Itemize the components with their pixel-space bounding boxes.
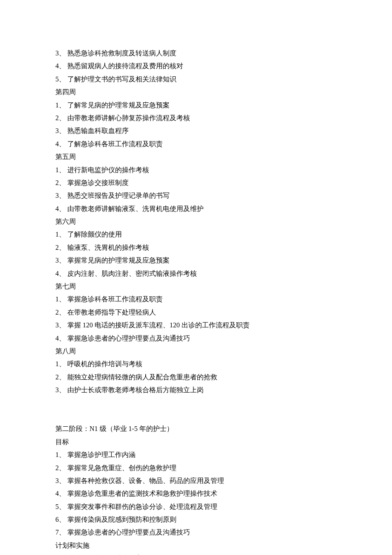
text-line: 3、 由护士长或带教老师考核合格后方能独立上岗 <box>55 384 337 396</box>
text-line: 2、 在带教老师指导下处理轻病人 <box>55 306 337 319</box>
text-line: 3、 熟悉急诊科抢救制度及转送病人制度 <box>55 47 337 60</box>
text-line: 7、 掌握急诊患者的心理护理要点及沟通技巧 <box>55 526 337 539</box>
text-line: 4、 皮内注射、肌肉注射、密闭式输液操作考核 <box>55 267 337 280</box>
text-line: 第八周 <box>55 345 337 358</box>
text-line: 1、 呼吸机的操作培训与考核 <box>55 358 337 370</box>
text-line: 3、 熟悉交班报告及护理记录单的书写 <box>55 189 337 202</box>
text-line: 4、 掌握急诊患者的心理护理要点及沟通技巧 <box>55 332 337 345</box>
text-line: 3、 掌握 120 电话的接听及派车流程、120 出诊的工作流程及职责 <box>55 319 337 332</box>
text-line: 2、 掌握急诊交接班制度 <box>55 176 337 189</box>
text-line: 第六周 <box>55 215 337 228</box>
text-line: 3、 掌握各种抢救仪器、设备、物品、药品的应用及管理 <box>55 474 337 487</box>
text-line <box>55 410 337 422</box>
text-line: 1、 了解常见病的护理常规及应急预案 <box>55 99 337 112</box>
text-line: 1、 了解除颤仪的使用 <box>55 228 337 241</box>
text-line: 2、 掌握常见急危重症、创伤的急救护理 <box>55 462 337 474</box>
text-line: 3、 熟悉输血科取血程序 <box>55 124 337 137</box>
text-line: 3、 掌握常见病的护理常规及应急预案 <box>55 254 337 267</box>
text-line: 第二阶段：N1 级（毕业 1-5 年的护士） <box>55 422 337 435</box>
text-line <box>55 397 337 410</box>
text-line: 1、 鼓励自学和在职继续教育 <box>55 552 337 555</box>
text-line: 2、 能独立处理病情轻微的病人及配合危重患者的抢救 <box>55 371 337 384</box>
text-line: 目标 <box>55 436 337 448</box>
text-line: 2、 由带教老师讲解心肺复苏操作流程及考核 <box>55 112 337 124</box>
text-line: 1、 掌握急诊科各班工作流程及职责 <box>55 293 337 306</box>
text-line: 4、 掌握急诊危重患者的监测技术和急救护理操作技术 <box>55 487 337 500</box>
document-body: 3、 熟悉急诊科抢救制度及转送病人制度4、 熟悉留观病人的接待流程及费用的核对5… <box>55 47 337 555</box>
text-line: 4、 熟悉留观病人的接待流程及费用的核对 <box>55 60 337 72</box>
text-line: 5、 了解护理文书的书写及相关法律知识 <box>55 73 337 86</box>
text-line: 4、 由带教老师讲解输液泵、洗胃机电使用及维护 <box>55 202 337 215</box>
text-line: 5、 掌握突发事件和群伤的急诊分诊、处理流程及管理 <box>55 500 337 513</box>
text-line: 计划和实施 <box>55 539 337 552</box>
text-line: 2、 输液泵、洗胃机的操作考核 <box>55 241 337 254</box>
text-line: 1、 掌握急诊护理工作内涵 <box>55 448 337 461</box>
text-line: 第五周 <box>55 150 337 163</box>
text-line: 6、 掌握传染病及院感到预防和控制原则 <box>55 513 337 526</box>
text-line: 第四周 <box>55 86 337 98</box>
text-line: 第七周 <box>55 280 337 293</box>
text-line: 1、 进行新电监护仪的操作考核 <box>55 164 337 176</box>
text-line: 4、 了解急诊科各班工作流程及职责 <box>55 138 337 150</box>
